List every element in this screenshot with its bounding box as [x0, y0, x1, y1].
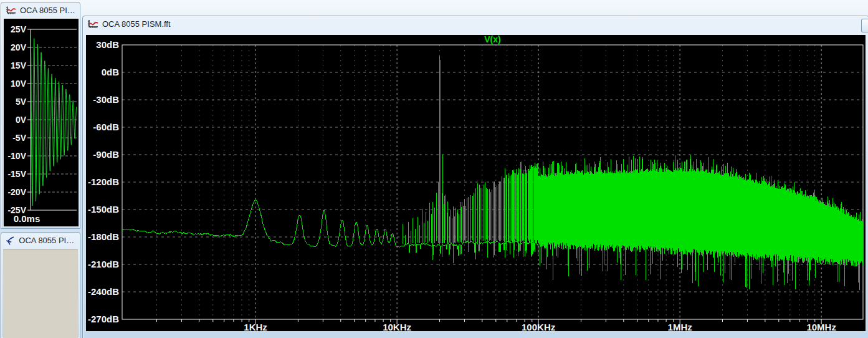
fft-y-label: -180dB — [88, 231, 119, 242]
fft-trace — [122, 56, 863, 290]
waveform-plot-area[interactable]: 25V20V15V10V5V0V-5V-10V-15V-20V-25V0.0ms — [4, 19, 79, 226]
fft-y-label: -30dB — [93, 94, 119, 105]
fft-x-label: 100KHz — [522, 322, 555, 331]
wave-y-label: 0V — [16, 115, 27, 125]
fft-x-label: 10KHz — [383, 322, 411, 331]
fft-y-label: -60dB — [93, 122, 119, 132]
fft-y-label: -240dB — [88, 286, 119, 297]
wave-y-label: -20V — [7, 187, 26, 197]
wave-y-label: 10V — [11, 79, 27, 89]
wave-y-label: -5V — [12, 133, 26, 143]
schematic-window-icon — [5, 236, 15, 246]
wave-y-label: -10V — [7, 151, 26, 161]
wave-trace — [31, 36, 77, 206]
waveform-window-titlebar[interactable]: OCA 8055 PISM — [1, 2, 80, 18]
wave-y-label: 15V — [11, 60, 27, 70]
fft-x-label: 1KHz — [244, 322, 267, 331]
waveform-window-title: OCA 8055 PISM — [20, 6, 76, 15]
wave-x-label: 0.0ms — [14, 213, 41, 224]
schematic-window: OCA 8055 PISM — [1, 232, 80, 338]
fft-y-label: -270dB — [88, 314, 119, 324]
wave-y-label: -15V — [7, 169, 26, 179]
plot-window-icon — [5, 6, 16, 16]
fft-plot-area[interactable]: 30dB0dB-30dB-60dB-90dB-120dB-150dB-180dB… — [86, 35, 866, 331]
wave-y-label: 25V — [11, 24, 27, 34]
fft-y-label: 30dB — [96, 39, 119, 50]
schematic-window-titlebar[interactable]: OCA 8055 PISM — [1, 233, 80, 248]
fft-trace-label: V(x) — [484, 35, 500, 44]
fft-y-label: 0dB — [102, 67, 120, 77]
fft-plot[interactable]: 30dB0dB-30dB-60dB-90dB-120dB-150dB-180dB… — [86, 35, 866, 331]
fft-x-label: 10MHz — [806, 322, 836, 331]
fft-y-label: -120dB — [88, 176, 119, 187]
waveform-window: OCA 8055 PISM 25V20V15V10V5V0V-5V-10V-15… — [1, 2, 80, 229]
desktop-background: OCA 8055 PISM 25V20V15V10V5V0V-5V-10V-15… — [0, 0, 868, 338]
fft-x-label: 1MHz — [668, 322, 692, 331]
fft-y-label: -150dB — [88, 204, 119, 215]
schematic-window-title: OCA 8055 PISM — [19, 236, 76, 245]
fft-window: OCA 8055 PISM.fft 30dB0dB-30dB-60dB-90dB… — [82, 16, 868, 338]
wave-y-label: 5V — [16, 97, 27, 107]
fft-y-label: -210dB — [88, 259, 119, 269]
fft-window-title: OCA 8055 PISM.fft — [102, 19, 171, 29]
fft-y-label: -90dB — [93, 149, 119, 160]
wave-y-label: 20V — [11, 42, 27, 52]
plot-window-icon — [87, 19, 98, 29]
fft-window-titlebar[interactable]: OCA 8055 PISM.fft — [83, 16, 868, 32]
window-control-button[interactable] — [861, 19, 868, 32]
schematic-canvas[interactable] — [3, 249, 78, 338]
waveform-plot[interactable]: 25V20V15V10V5V0V-5V-10V-15V-20V-25V0.0ms — [4, 19, 79, 226]
